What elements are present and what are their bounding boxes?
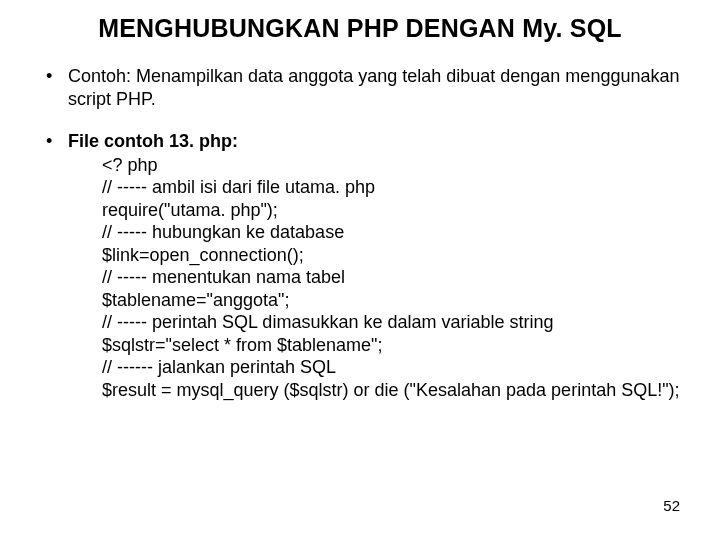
- code-line: // ----- hubungkan ke database: [102, 221, 680, 244]
- bullet-text: Contoh: Menampilkan data anggota yang te…: [68, 66, 679, 109]
- page-number: 52: [663, 497, 680, 514]
- code-line: $result = mysql_query ($sqlstr) or die (…: [102, 379, 680, 402]
- slide: MENGHUBUNGKAN PHP DENGAN My. SQL Contoh:…: [0, 0, 720, 540]
- bullet-item-intro: Contoh: Menampilkan data anggota yang te…: [40, 65, 680, 110]
- code-line: $link=open_connection();: [102, 244, 680, 267]
- code-line: require("utama. php");: [102, 199, 680, 222]
- code-line: $sqlstr="select * from $tablename";: [102, 334, 680, 357]
- slide-title: MENGHUBUNGKAN PHP DENGAN My. SQL: [40, 14, 680, 43]
- file-label: File contoh 13. php:: [68, 131, 238, 151]
- code-line: // ----- perintah SQL dimasukkan ke dala…: [102, 311, 680, 334]
- code-line: $tablename="anggota";: [102, 289, 680, 312]
- code-line: // ----- ambil isi dari file utama. php: [102, 176, 680, 199]
- code-line: <? php: [102, 154, 680, 177]
- bullet-item-file: File contoh 13. php: <? php // ----- amb…: [40, 130, 680, 401]
- code-line: // ----- menentukan nama tabel: [102, 266, 680, 289]
- code-block: <? php // ----- ambil isi dari file utam…: [68, 154, 680, 402]
- bullet-list: Contoh: Menampilkan data anggota yang te…: [40, 65, 680, 401]
- code-line: // ------ jalankan perintah SQL: [102, 356, 680, 379]
